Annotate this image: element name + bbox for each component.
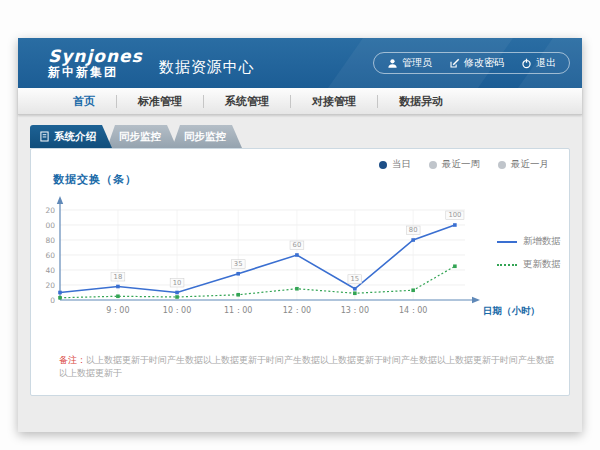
brand: Synjones 新中新集团 数据资源中心 — [18, 48, 255, 79]
svg-text:60: 60 — [293, 241, 302, 249]
user-menu-label: 修改密码 — [464, 56, 504, 70]
nav-item-2[interactable]: 标准管理 — [117, 94, 203, 109]
tab-1[interactable]: 系统介绍 — [30, 125, 112, 148]
user-menu-item[interactable]: 管理员 — [387, 56, 432, 70]
content-area: 系统介绍同步监控同步监控 当日最近一周最近一月 数据交换（条） 02040608… — [18, 115, 582, 432]
footnote-prefix: 备注： — [59, 355, 86, 365]
time-range-filter: 当日最近一周最近一月 — [379, 158, 549, 171]
legend-label: 更新数据 — [523, 258, 561, 271]
app-window: Synjones 新中新集团 数据资源中心 管理员修改密码退出 首页标准管理系统… — [18, 38, 582, 432]
line-chart: 0204060801001209：0010：0011：0012：0013：001… — [45, 187, 550, 332]
tab-bar: 系统介绍同步监控同步监控 — [30, 125, 582, 148]
svg-text:80: 80 — [409, 226, 418, 234]
svg-text:40: 40 — [45, 266, 55, 275]
user-menu-item[interactable]: 修改密码 — [449, 56, 504, 70]
legend-label: 新增数据 — [523, 235, 561, 248]
svg-text:12：00: 12：00 — [283, 306, 311, 315]
svg-text:100: 100 — [45, 221, 55, 230]
svg-text:15: 15 — [351, 275, 360, 283]
svg-text:18: 18 — [114, 273, 123, 281]
svg-text:20: 20 — [45, 281, 55, 290]
svg-text:100: 100 — [448, 211, 461, 219]
svg-text:10：00: 10：00 — [163, 306, 191, 315]
nav-item-1[interactable]: 首页 — [52, 94, 116, 109]
document-icon — [40, 131, 49, 142]
radio-option-2[interactable]: 最近一周 — [429, 158, 480, 171]
user-icon — [387, 58, 398, 69]
svg-text:80: 80 — [45, 236, 55, 245]
svg-text:120: 120 — [45, 206, 55, 215]
radio-option-3[interactable]: 最近一月 — [498, 158, 549, 171]
edit-icon — [449, 58, 460, 69]
tab-label: 同步监控 — [119, 125, 161, 148]
tab-3[interactable]: 同步监控 — [172, 125, 242, 148]
svg-text:10: 10 — [173, 279, 182, 287]
user-menu-label: 退出 — [536, 56, 556, 70]
tab-label: 同步监控 — [184, 125, 226, 148]
radio-label: 最近一月 — [511, 158, 549, 171]
svg-text:13：00: 13：00 — [341, 306, 369, 315]
footnote: 备注：以上数据更新于时间产生数据以上数据更新于时间产生数据以上数据更新于时间产生… — [59, 354, 559, 380]
user-menu-item[interactable]: 退出 — [521, 56, 556, 70]
nav-item-4[interactable]: 对接管理 — [291, 94, 377, 109]
legend-item-2: 更新数据 — [497, 258, 561, 271]
chart-legend: 新增数据更新数据 — [497, 235, 561, 271]
radio-label: 最近一周 — [442, 158, 480, 171]
footnote-text: 以上数据更新于时间产生数据以上数据更新于时间产生数据以上数据更新于时间产生数据以… — [59, 355, 554, 378]
legend-line-sample — [497, 264, 517, 266]
logo: Synjones 新中新集团 — [48, 48, 143, 79]
svg-text:11：00: 11：00 — [224, 306, 252, 315]
legend-item-1: 新增数据 — [497, 235, 561, 248]
logo-text: Synjones — [48, 48, 143, 65]
legend-line-sample — [497, 241, 517, 243]
radio-label: 当日 — [392, 158, 411, 171]
radio-option-1[interactable]: 当日 — [379, 158, 411, 171]
power-icon — [521, 58, 532, 69]
svg-text:35: 35 — [234, 260, 243, 268]
chart-y-axis-title: 数据交换（条） — [53, 172, 137, 187]
radio-icon — [498, 161, 506, 169]
svg-text:14：00: 14：00 — [399, 306, 427, 315]
tab-label: 系统介绍 — [54, 125, 96, 148]
nav-item-3[interactable]: 系统管理 — [204, 94, 290, 109]
user-menu: 管理员修改密码退出 — [373, 52, 570, 74]
radio-icon — [379, 161, 387, 169]
svg-text:日期（小时）: 日期（小时） — [483, 305, 540, 317]
content-panel: 当日最近一周最近一月 数据交换（条） 0204060801001209：0010… — [30, 148, 570, 396]
tab-2[interactable]: 同步监控 — [107, 125, 177, 148]
page: Synjones 新中新集团 数据资源中心 管理员修改密码退出 首页标准管理系统… — [0, 0, 600, 450]
svg-text:9：00: 9：00 — [106, 306, 129, 315]
nav-item-5[interactable]: 数据异动 — [378, 94, 464, 109]
page-title: 数据资源中心 — [159, 58, 255, 77]
logo-subtext: 新中新集团 — [48, 65, 143, 79]
svg-text:60: 60 — [45, 251, 55, 260]
svg-text:0: 0 — [50, 296, 55, 305]
main-nav: 首页标准管理系统管理对接管理数据异动 — [18, 88, 582, 115]
radio-icon — [429, 161, 437, 169]
app-header: Synjones 新中新集团 数据资源中心 管理员修改密码退出 — [18, 38, 582, 88]
user-menu-label: 管理员 — [402, 56, 432, 70]
